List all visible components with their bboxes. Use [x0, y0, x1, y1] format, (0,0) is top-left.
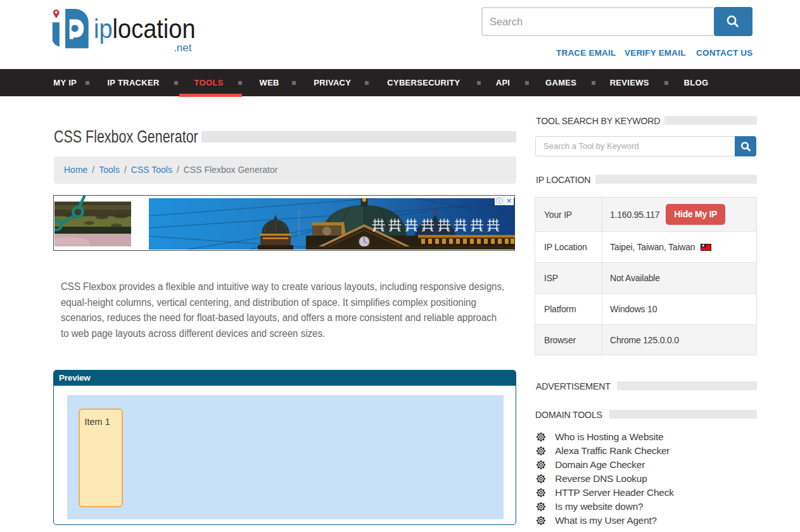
svg-text:iplocation: iplocation — [94, 14, 195, 43]
svg-text:.net: .net — [174, 42, 192, 52]
